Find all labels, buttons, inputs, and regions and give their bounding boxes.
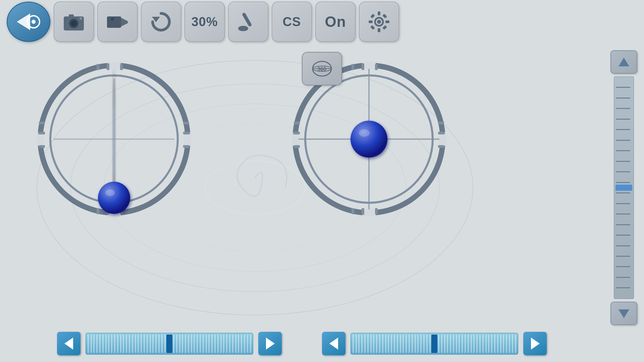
svg-rect-26 (370, 14, 375, 18)
video-icon (106, 12, 129, 32)
nav-button[interactable] (7, 2, 50, 42)
svg-marker-15 (121, 18, 128, 26)
svg-rect-67 (362, 208, 364, 215)
right-h-slider-group (322, 332, 547, 355)
svg-rect-41 (107, 63, 109, 70)
svg-rect-47 (38, 132, 45, 134)
settings-button[interactable] (359, 2, 399, 42)
svg-rect-63 (352, 64, 354, 70)
zoom-label: 30% (191, 15, 218, 29)
onoff-label: On (325, 13, 346, 30)
svg-rect-43 (97, 208, 99, 214)
svg-marker-79 (619, 58, 629, 66)
rotate-icon (149, 10, 173, 34)
svg-rect-71 (294, 145, 300, 148)
onoff-button[interactable]: On (315, 2, 356, 42)
camera-icon (62, 12, 86, 32)
svg-point-13 (79, 17, 82, 20)
right-h-slider-right-button[interactable] (523, 332, 547, 355)
svg-rect-22 (378, 11, 380, 15)
right-h-slider-thumb[interactable] (431, 335, 437, 353)
svg-marker-84 (531, 338, 540, 350)
right-h-slider-left-button[interactable] (322, 332, 345, 355)
pointer-button[interactable] (228, 2, 268, 42)
svg-text:360: 360 (317, 66, 326, 72)
svg-rect-49 (183, 122, 189, 124)
btn-360[interactable]: 360 (302, 52, 342, 85)
svg-marker-80 (619, 309, 629, 318)
left-joystick[interactable] (34, 59, 195, 221)
svg-rect-12 (69, 14, 74, 17)
svg-rect-48 (39, 145, 45, 148)
gear-icon (367, 10, 391, 34)
left-h-slider-track[interactable] (86, 333, 253, 355)
svg-point-8 (32, 20, 36, 24)
rotate-button[interactable] (141, 2, 181, 42)
svg-rect-27 (382, 14, 387, 18)
svg-rect-74 (438, 145, 444, 148)
svg-rect-28 (370, 25, 375, 30)
svg-rect-65 (375, 64, 378, 70)
svg-rect-29 (382, 25, 387, 30)
bottom-controls (0, 328, 604, 359)
right-h-slider-track[interactable] (351, 333, 518, 355)
svg-rect-69 (294, 122, 300, 124)
svg-point-78 (359, 129, 370, 137)
right-slider-track[interactable] (614, 76, 634, 299)
video-button[interactable] (97, 2, 138, 42)
cs-label: CS (283, 15, 301, 29)
svg-rect-64 (362, 63, 364, 70)
svg-rect-66 (352, 208, 354, 214)
svg-rect-51 (183, 145, 189, 148)
screenshot-button[interactable] (54, 2, 94, 42)
svg-rect-25 (385, 20, 389, 23)
svg-point-55 (98, 182, 130, 214)
svg-rect-68 (375, 208, 378, 214)
left-h-slider-right-button[interactable] (258, 332, 282, 355)
svg-rect-40 (97, 64, 99, 70)
svg-marker-81 (64, 338, 73, 350)
left-h-slider-thumb[interactable] (166, 335, 172, 353)
svg-point-77 (351, 121, 387, 158)
left-h-slider-group (57, 332, 282, 355)
cs-button[interactable]: CS (272, 2, 312, 42)
svg-point-11 (71, 20, 77, 26)
svg-point-16 (111, 17, 114, 21)
left-h-slider-left-button[interactable] (57, 332, 80, 355)
svg-rect-18 (242, 12, 252, 27)
slider-up-button[interactable] (610, 50, 637, 74)
toolbar: 30% CS On (0, 0, 644, 44)
svg-point-21 (377, 20, 381, 24)
svg-point-19 (238, 26, 248, 31)
svg-rect-42 (120, 64, 123, 70)
svg-marker-82 (266, 338, 275, 350)
zoom-button[interactable]: 30% (184, 2, 225, 42)
pointer-icon (236, 10, 260, 34)
svg-rect-72 (438, 122, 444, 124)
slider-down-button[interactable] (610, 302, 637, 325)
svg-rect-46 (39, 122, 45, 124)
360-icon: 360 (309, 57, 335, 80)
svg-point-56 (105, 189, 115, 196)
svg-rect-73 (438, 132, 445, 134)
svg-rect-70 (293, 132, 300, 134)
svg-rect-23 (378, 28, 380, 32)
right-slider (604, 47, 644, 328)
svg-rect-24 (369, 20, 373, 23)
svg-marker-83 (329, 338, 338, 350)
svg-rect-50 (183, 132, 190, 134)
svg-rect-14 (107, 16, 121, 28)
